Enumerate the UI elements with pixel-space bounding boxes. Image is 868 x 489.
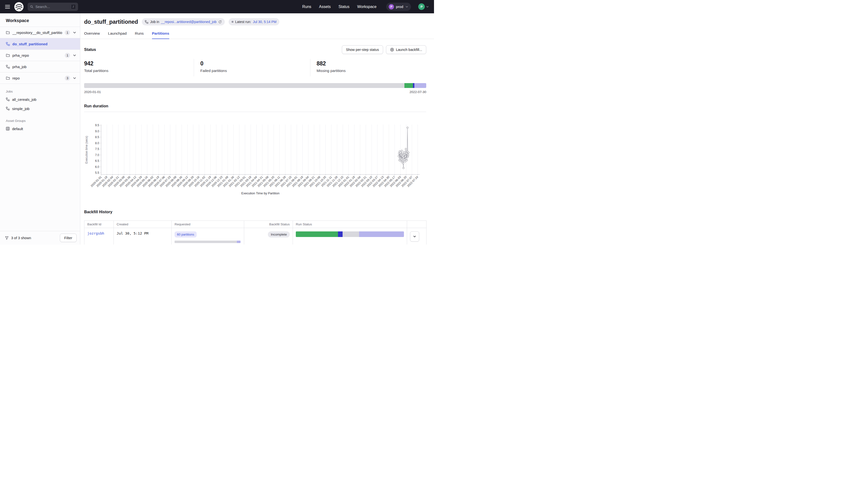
nav-runs[interactable]: Runs [302, 5, 311, 9]
repository-label: __repository__do_stuff_partitio... [12, 31, 62, 35]
job-label: prha_job [12, 65, 76, 69]
stat-value: 0 [200, 60, 310, 67]
sidebar-item-prha-repo[interactable]: prha_repo 1 [0, 50, 80, 61]
sidebar-item-all-cereals-job[interactable]: all_cereals_job [0, 95, 80, 104]
backfill-history-heading: Backfill History [84, 210, 426, 214]
run-status-bar[interactable] [296, 231, 404, 237]
search-input[interactable] [35, 5, 69, 9]
nav-assets[interactable]: Assets [319, 5, 331, 9]
svg-text:8.0: 8.0 [95, 141, 99, 145]
svg-text:Execution time (secs): Execution time (secs) [85, 136, 88, 164]
repository-count-badge: 1 [65, 30, 70, 35]
partition-range-end: 2022-07-30 [409, 90, 426, 94]
partition-status-bar[interactable] [84, 83, 426, 88]
sidebar-title: Workspace [0, 13, 80, 27]
stat-label: Failed partitions [200, 69, 310, 73]
job-icon [6, 65, 10, 69]
backfill-id-link[interactable]: jozrgsbh [87, 231, 104, 235]
refresh-icon[interactable] [218, 20, 222, 24]
sidebar-item-repo[interactable]: repo 3 [0, 72, 80, 84]
asset-groups-section-label: Asset Groups [6, 119, 80, 123]
job-icon [6, 42, 10, 46]
expand-row-button[interactable] [410, 231, 419, 241]
plus-circle-icon [390, 48, 394, 52]
search-shortcut-key: / [71, 4, 76, 9]
stat-missing-partitions: 882 Missing partitions [310, 59, 426, 76]
job-label: simple_job [12, 107, 30, 111]
page-title: do_stuff_partitioned [84, 19, 138, 25]
sidebar-item-prha-job[interactable]: prha_job [0, 61, 80, 72]
partition-stats: 942 Total partitions 0 Failed partitions… [84, 59, 426, 76]
asset-group-grid-icon [6, 127, 10, 131]
col-run-status: Run Status [293, 221, 407, 228]
job-icon [145, 20, 148, 24]
nav-workspace[interactable]: Workspace [357, 5, 376, 9]
svg-text:6.5: 6.5 [95, 159, 99, 163]
status-dot-icon [231, 21, 234, 23]
dagster-logo-icon[interactable] [14, 2, 24, 12]
sidebar-item-simple-job[interactable]: simple_job [0, 104, 80, 113]
col-backfill-id: Backfill Id [84, 221, 114, 228]
status-heading: Status [84, 47, 96, 52]
top-nav-links: Runs Assets Status Workspace [302, 5, 376, 9]
table-row: jozrgsbh Jul 30, 5:12 PM 60 partitions 2… [84, 228, 427, 245]
hamburger-menu-icon[interactable] [5, 5, 10, 9]
stat-total-partitions: 942 Total partitions [84, 59, 194, 76]
requested-partitions-chip[interactable]: 60 partitions [175, 231, 197, 237]
repository-label: prha_repo [12, 53, 62, 58]
requested-range-bar [175, 240, 241, 243]
repository-label: repo [12, 76, 62, 80]
chevron-down-icon [426, 5, 429, 8]
chevron-down-icon[interactable] [72, 76, 76, 80]
chevron-down-icon [413, 234, 416, 238]
launch-backfill-button[interactable]: Launch backfill... [386, 45, 426, 54]
folder-icon [6, 31, 10, 35]
chevron-down-icon [405, 5, 408, 8]
filter-button[interactable]: Filter [60, 234, 76, 242]
job-icon [6, 97, 10, 101]
jobs-section-label: Jobs [6, 90, 80, 93]
job-origin-chip: Job in __reposi...artitioned@partitioned… [142, 18, 224, 26]
tab-runs[interactable]: Runs [135, 31, 144, 39]
job-origin-link[interactable]: __reposi...artitioned@partitioned_job [161, 20, 217, 24]
stat-value: 882 [317, 60, 426, 67]
col-created: Created [114, 221, 172, 228]
repository-count-badge: 3 [65, 75, 70, 81]
global-search[interactable]: / [28, 3, 78, 11]
col-backfill-status: Backfill Status [244, 221, 293, 228]
user-menu[interactable]: P [418, 3, 429, 10]
stat-failed-partitions: 0 Failed partitions [194, 59, 310, 76]
svg-text:9.0: 9.0 [95, 130, 99, 133]
stat-value: 942 [84, 60, 194, 67]
tab-overview[interactable]: Overview [84, 31, 100, 39]
svg-text:8.5: 8.5 [95, 135, 99, 139]
tab-partitions[interactable]: Partitions [152, 31, 169, 39]
search-icon [30, 5, 33, 8]
job-tabs: Overview Launchpad Runs Partitions [80, 31, 434, 39]
backfill-history-table: Backfill Id Created Requested Backfill S… [84, 221, 427, 244]
svg-text:7.0: 7.0 [95, 153, 99, 157]
latest-run-label: Latest run: [235, 20, 251, 24]
sidebar-item-default-asset-group[interactable]: default [0, 124, 80, 133]
backfill-created: Jul 30, 5:12 PM [117, 231, 148, 235]
deployment-switcher[interactable]: P prod [386, 3, 411, 11]
folder-icon [6, 53, 10, 58]
shown-count: 3 of 3 shown [11, 236, 31, 240]
chevron-down-icon[interactable] [72, 31, 76, 35]
chevron-down-icon[interactable] [72, 53, 76, 58]
sidebar-item-do-stuff-partitioned[interactable]: do_stuff_partitioned [0, 38, 80, 50]
main-content: do_stuff_partitioned Job in __reposi...a… [80, 13, 434, 244]
user-avatar: P [418, 3, 425, 10]
top-navigation-bar: / Runs Assets Status Workspace P prod P [0, 0, 434, 13]
execution-time-chart[interactable]: 2020-01-012020-01-182020-02-042020-02-21… [84, 123, 426, 199]
latest-run-link[interactable]: Jul 30, 5:14 PM [253, 20, 276, 24]
nav-status[interactable]: Status [338, 5, 349, 9]
launch-backfill-label: Launch backfill... [396, 48, 422, 52]
deployment-name: prod [396, 5, 403, 9]
latest-run-chip: Latest run: Jul 30, 5:14 PM [229, 18, 279, 26]
svg-text:7.5: 7.5 [95, 147, 99, 151]
sidebar-item-repository[interactable]: __repository__do_stuff_partitio... 1 [0, 27, 80, 38]
tab-launchpad[interactable]: Launchpad [108, 31, 127, 39]
deployment-avatar: P [389, 4, 394, 9]
show-per-step-status-button[interactable]: Show per-step status [342, 45, 383, 54]
